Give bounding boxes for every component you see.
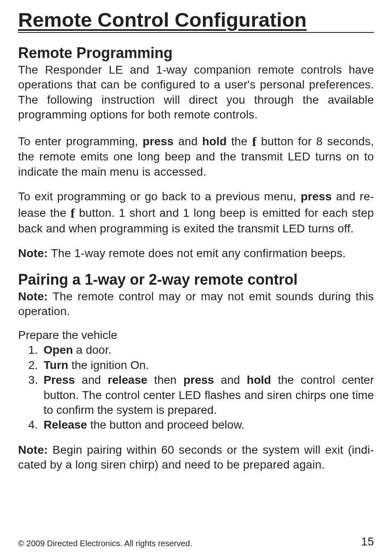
text: To exit programming or go back to a prev…: [18, 190, 301, 203]
paragraph: To enter programming, press and hold the…: [18, 132, 374, 179]
text: the: [227, 135, 252, 148]
text-bold: press: [183, 373, 214, 386]
list-item: Open a door.: [41, 343, 374, 357]
aux-button-icon: f: [252, 134, 256, 149]
text: then: [148, 373, 184, 386]
text: To enter programming,: [18, 135, 143, 148]
text-bold: Open: [44, 343, 73, 356]
list-item: Turn the ignition On.: [41, 358, 374, 373]
note: Note: The 1-way remote does not emit any…: [18, 246, 374, 261]
note-text: The 1-way remote does not emit any confi…: [48, 247, 346, 260]
note: Note: The remote control may or may not …: [18, 289, 374, 319]
section-heading-pairing: Pairing a 1-way or 2-way remote control: [18, 271, 374, 288]
text: and: [174, 135, 202, 148]
text-bold: Press: [44, 373, 75, 386]
text-bold: Release: [44, 418, 87, 431]
steps-list: Open a door. Turn the ignition On. Press…: [18, 343, 374, 432]
sub-heading-prepare-vehicle: Prepare the vehicle: [18, 329, 374, 342]
text-bold: press: [301, 190, 332, 203]
list-item: Release the button and proceed below.: [41, 418, 374, 432]
footer: © 2009 Directed Electronics. All rights …: [18, 535, 374, 548]
aux-button-icon: f: [70, 206, 75, 220]
note: Note: Begin pairing within 60 seconds or…: [18, 443, 374, 473]
text-bold: press: [143, 135, 174, 148]
note-text: Begin pairing within 60 seconds or the s…: [18, 443, 374, 471]
copyright: © 2009 Directed Electronics. All rights …: [18, 539, 192, 548]
section-heading-remote-programming: Remote Programming: [18, 44, 374, 62]
text: and: [75, 373, 108, 386]
page-number: 15: [361, 535, 374, 548]
list-item: Press and release then press and hold th…: [41, 373, 374, 418]
text: and: [214, 373, 247, 386]
note-text: The remote control may or may not emit s…: [18, 290, 374, 318]
paragraph: To exit programming or go back to a prev…: [18, 189, 374, 236]
note-label: Note:: [18, 247, 48, 260]
text: the button and proceed below.: [87, 418, 244, 431]
paragraph: The Responder LE and 1-way companion rem…: [18, 63, 374, 123]
note-label: Note:: [18, 443, 48, 456]
text: a door.: [73, 343, 111, 356]
note-label: Note:: [18, 290, 48, 303]
page-title: Remote Control Configuration: [18, 8, 374, 33]
text-bold: release: [108, 373, 148, 386]
text: the ignition On.: [68, 359, 149, 371]
page: Remote Control Configuration Remote Prog…: [0, 0, 392, 559]
text-bold: Turn: [44, 359, 68, 371]
text-bold: hold: [202, 135, 227, 148]
text-bold: hold: [247, 373, 271, 386]
